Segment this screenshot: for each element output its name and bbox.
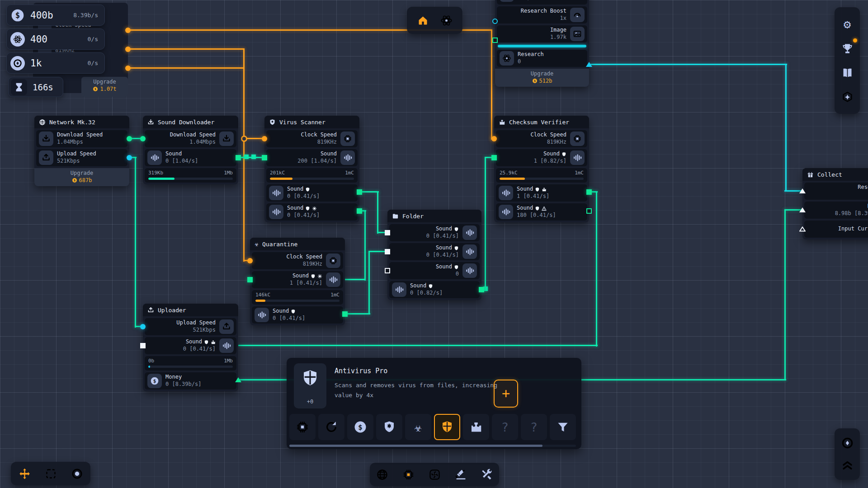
node-research[interactable]: Research Speed1.6/s Research Boost1x Ima…	[495, 0, 589, 87]
overclocker-upgrade-button[interactable]: Upgrade 1.07t	[81, 77, 128, 97]
image-input-port[interactable]	[492, 38, 498, 43]
infected-sound-output-port[interactable]	[357, 208, 362, 214]
item-money-button[interactable]	[347, 414, 373, 440]
overclocker-output-port[interactable]	[125, 47, 131, 52]
settings-button[interactable]: ⚙	[838, 15, 856, 33]
sound-input-port[interactable]	[140, 343, 146, 348]
sound-input-port-2[interactable]	[385, 249, 390, 254]
upload-output-port[interactable]	[127, 155, 132, 160]
virus-icon	[317, 274, 322, 279]
tools-icon	[481, 469, 493, 481]
research-input-port[interactable]	[799, 188, 806, 193]
item-antivirus-button[interactable]	[434, 414, 460, 440]
game-canvas[interactable]: Clock Speed 819KHz Upgrade 1.07t Network…	[0, 0, 868, 488]
research-boost-input-row: Research Boost1x	[497, 6, 587, 23]
gauge-icon	[570, 8, 585, 22]
hardware-category-button[interactable]	[398, 465, 418, 484]
strip-scrollbar-thumb[interactable]	[289, 445, 542, 447]
wire-research	[785, 64, 787, 191]
clock-input-port[interactable]	[262, 136, 267, 141]
corrupt-sound-output-row: Sound180 [0.41/s]	[496, 203, 587, 221]
achievements-button[interactable]	[838, 39, 856, 57]
money-output-port[interactable]	[235, 377, 241, 382]
verified-output-port[interactable]	[586, 189, 592, 195]
currency-input-port[interactable]	[799, 226, 806, 232]
overclocker-output-port[interactable]	[125, 28, 131, 33]
sound-input-port[interactable]	[262, 155, 267, 160]
boost-input-port[interactable]	[492, 19, 498, 24]
cooling-category-button[interactable]	[425, 465, 444, 484]
sound-input-port[interactable]	[247, 277, 253, 282]
sound-icon	[462, 225, 477, 240]
filter-icon	[556, 420, 570, 434]
item-locked-button[interactable]: ?	[492, 414, 518, 440]
tools-category-button[interactable]	[477, 465, 497, 484]
research-upgrade-button[interactable]: Upgrade 512b	[495, 69, 589, 87]
node-folder[interactable]: Folder Sound0 [0.41/s] Sound0 [0.41/s] S…	[387, 210, 481, 300]
node-sound-downloader[interactable]: Sound Downloader Download Speed1.04Mbps …	[143, 116, 238, 184]
home-view-button[interactable]	[413, 10, 433, 30]
wire-waypoint[interactable]	[244, 155, 249, 159]
clock-input-port[interactable]	[491, 136, 497, 141]
clean-sound-output-port[interactable]	[357, 189, 362, 195]
sound-output-port[interactable]	[342, 311, 348, 317]
wire-quarantine-out	[368, 251, 370, 314]
overclocker-output-port[interactable]	[125, 66, 131, 71]
item-virus-shield-button[interactable]	[376, 414, 402, 440]
sound-output-row: Sound0 [0.82/s]	[389, 281, 480, 298]
wire-junction[interactable]	[241, 136, 247, 142]
upload-icon	[219, 319, 234, 334]
node-virus-scanner[interactable]: Virus Scanner Clock Speed819KHz Sound200…	[264, 116, 359, 222]
node-collect[interactable]: Collect Research0 Money8.98b [8.39b/s] I…	[802, 168, 868, 239]
clock-input-port[interactable]	[247, 258, 253, 263]
sound-icon	[570, 150, 585, 165]
circle-tool-button[interactable]	[67, 464, 87, 483]
move-tool-button[interactable]	[14, 464, 34, 483]
node-quarantine[interactable]: ☣Quarantine Clock Speed819KHz Sound1 [0.…	[250, 238, 345, 325]
item-cpu-button[interactable]	[289, 414, 316, 440]
sound-output-port[interactable]	[479, 287, 484, 292]
cursor-tools	[11, 462, 90, 485]
upgrade-all-button[interactable]	[838, 456, 856, 474]
item-puzzle-button[interactable]	[463, 414, 489, 440]
sound-icon	[499, 205, 513, 219]
research-output-row: Research0	[497, 50, 587, 67]
item-locked-button[interactable]: ?	[521, 414, 547, 440]
recenter-button[interactable]	[838, 434, 856, 452]
sound-output-port[interactable]	[236, 155, 241, 160]
wire-waypoint[interactable]	[251, 155, 256, 159]
network-category-button[interactable]	[372, 465, 392, 484]
corrupt-output-port[interactable]	[586, 208, 592, 214]
node-uploader[interactable]: Uploader Upload Speed521Kbps Sound0 [0.4…	[143, 304, 238, 391]
wire-infected-sound	[364, 210, 366, 281]
item-strip: ☣ ? ?	[289, 414, 576, 440]
money-input-port[interactable]	[799, 207, 806, 212]
sound-input-port[interactable]	[491, 155, 497, 160]
select-tool-button[interactable]	[41, 464, 61, 483]
node-network[interactable]: Network Mk.32 Download Speed1.04Mbps Upl…	[34, 116, 129, 186]
research-category-button[interactable]	[451, 465, 471, 484]
item-biohazard-button[interactable]: ☣	[405, 414, 431, 440]
sound-input-row-3: Sound0	[389, 262, 480, 279]
download-output-port[interactable]	[127, 136, 132, 141]
research-view-button[interactable]	[437, 10, 457, 30]
wire-clock-to-checksum	[491, 29, 492, 140]
research-input-row: Research0	[804, 183, 868, 200]
research-progress-bar	[498, 45, 586, 47]
item-filter-button[interactable]	[550, 414, 576, 440]
research-output-port[interactable]	[586, 62, 592, 67]
prestige-button[interactable]	[838, 88, 856, 106]
node-checksum-verifier[interactable]: Checksum Verifier Clock Speed819KHz Soun…	[494, 116, 589, 222]
upgrade-button[interactable]: Upgrade 687b	[34, 168, 129, 186]
sound-input-port-1[interactable]	[385, 230, 390, 235]
guide-button[interactable]	[838, 64, 856, 82]
cpu-icon	[402, 469, 415, 481]
cores-rate: 0/s	[81, 60, 98, 66]
buy-item-button[interactable]: +	[494, 380, 518, 408]
upload-speed-input-port[interactable]	[140, 324, 146, 329]
item-refresh-button[interactable]	[318, 414, 344, 440]
download-input-port[interactable]	[140, 136, 146, 141]
wire-research	[588, 64, 787, 65]
coin-icon	[93, 86, 98, 92]
sound-input-port-3[interactable]	[385, 268, 390, 273]
